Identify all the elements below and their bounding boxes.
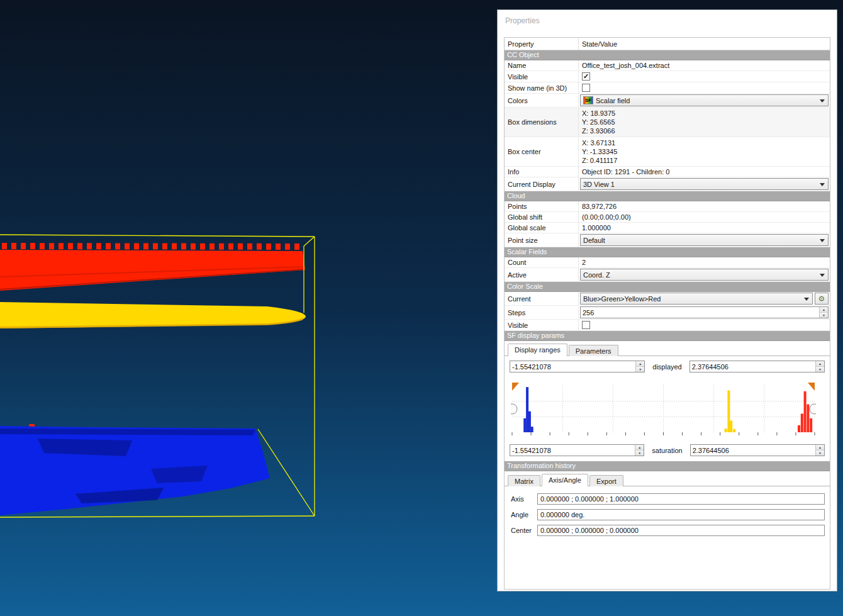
color-scale-editor-button[interactable]: ⚙ xyxy=(815,293,829,305)
sf-display-tabs: Display ranges Parameters xyxy=(505,341,830,356)
row-value: Object ID: 1291 - Children: 0 xyxy=(579,167,830,177)
displayed-label: displayed xyxy=(650,363,684,371)
row-color-scale-visible: Visible xyxy=(505,320,830,331)
row-active: Active Coord. Z xyxy=(505,268,830,282)
spinner-up-icon[interactable]: ▲ xyxy=(820,307,828,313)
row-label: Count xyxy=(505,257,579,267)
row-global-shift: Global shift (0.00;0.00;0.00) xyxy=(505,212,830,223)
spinner-down-icon[interactable]: ▼ xyxy=(816,367,824,372)
row-value: Office_test_josh_004.extract xyxy=(579,60,830,70)
point-cloud-render xyxy=(0,0,327,616)
axis-field[interactable] xyxy=(537,493,825,505)
displayed-max-input[interactable] xyxy=(690,361,815,372)
row-label: Global scale xyxy=(505,223,579,233)
row-label: Box center xyxy=(505,137,579,166)
row-label: Colors xyxy=(505,94,579,107)
active-sf-select[interactable]: Coord. Z xyxy=(580,269,829,281)
center-label: Center xyxy=(507,527,532,534)
section-scalar-fields: Scalar Fields xyxy=(505,247,830,257)
chevron-down-icon xyxy=(804,298,809,303)
row-current-display: Current Display 3D View 1 xyxy=(505,177,830,191)
row-label: Points xyxy=(505,201,579,211)
sf-histogram[interactable] xyxy=(511,379,816,440)
visible-checkbox[interactable]: ✓ xyxy=(582,72,590,81)
center-field[interactable] xyxy=(537,525,825,536)
section-cloud: Cloud xyxy=(505,191,830,201)
row-label: Visible xyxy=(505,71,579,82)
row-value: 2 xyxy=(579,257,830,267)
saturation-min-spinbox: ▲▼ xyxy=(510,444,644,456)
row-label: Show name (in 3D) xyxy=(505,82,579,93)
saturation-right-marker-icon[interactable] xyxy=(808,383,815,391)
row-info: Info Object ID: 1291 - Children: 0 xyxy=(505,167,830,177)
properties-table: Property State/Value CC Object Name Offi… xyxy=(504,37,830,590)
color-scale-visible-checkbox[interactable] xyxy=(582,321,590,329)
spinner-up-icon[interactable]: ▲ xyxy=(635,445,644,451)
gear-icon: ⚙ xyxy=(818,294,825,303)
colors-select[interactable]: SF Scalar field xyxy=(580,94,829,106)
point-cloud-red-layer xyxy=(0,250,305,291)
tab-export[interactable]: Export xyxy=(589,475,623,486)
spinner-down-icon[interactable]: ▼ xyxy=(636,367,644,372)
tab-axis-angle[interactable]: Axis/Angle xyxy=(542,474,588,486)
saturation-min-input[interactable] xyxy=(510,445,635,456)
panel-title-bar[interactable]: Properties xyxy=(498,10,837,36)
spinner-up-icon[interactable]: ▲ xyxy=(816,361,824,367)
color-scale-select[interactable]: Blue>Green>Yellow>Red xyxy=(580,293,813,305)
row-label: Active xyxy=(505,268,579,281)
histogram-gridlines xyxy=(512,384,815,432)
row-label: Global shift xyxy=(505,212,579,222)
row-value: X: 18.9375 Y: 25.6565 Z: 3.93066 xyxy=(579,108,830,137)
section-color-scale: Color Scale xyxy=(505,282,830,292)
row-label: Visible xyxy=(505,320,579,330)
angle-field[interactable] xyxy=(537,509,825,520)
point-size-select[interactable]: Default xyxy=(580,234,829,246)
column-header-property: Property xyxy=(505,38,579,50)
axis-row: Axis xyxy=(507,493,825,505)
steps-input[interactable] xyxy=(581,307,819,318)
row-label: Name xyxy=(505,60,579,70)
section-cc-object: CC Object xyxy=(505,50,830,60)
row-label: Current xyxy=(505,292,579,305)
tab-parameters[interactable]: Parameters xyxy=(569,345,618,356)
current-display-select[interactable]: 3D View 1 xyxy=(580,178,829,190)
spinner-down-icon[interactable]: ▼ xyxy=(816,451,824,456)
row-show-name: Show name (in 3D) xyxy=(505,82,830,94)
spinner-down-icon[interactable]: ▼ xyxy=(635,451,644,456)
row-label: Point size xyxy=(505,233,579,247)
row-value: (0.00;0.00;0.00) xyxy=(579,212,830,222)
properties-panel: Properties Property State/Value CC Objec… xyxy=(497,9,837,591)
histogram-bars xyxy=(523,387,812,432)
displayed-max-spinbox: ▲▼ xyxy=(689,361,825,372)
steps-spinner: ▲ ▼ xyxy=(819,307,828,318)
range-right-handle[interactable] xyxy=(810,404,816,414)
chevron-down-icon xyxy=(820,274,825,279)
saturation-left-marker-icon[interactable] xyxy=(512,383,519,391)
row-steps: Steps ▲ ▼ xyxy=(505,306,830,320)
saturation-max-input[interactable] xyxy=(691,445,815,456)
row-global-scale: Global scale 1.000000 xyxy=(505,223,830,233)
row-current-color-scale: Current Blue>Green>Yellow>Red ⚙ xyxy=(505,292,830,306)
spinner-up-icon[interactable]: ▲ xyxy=(816,445,824,451)
column-header-value: State/Value xyxy=(579,39,830,49)
chevron-down-icon xyxy=(820,99,825,105)
row-count: Count 2 xyxy=(505,257,830,268)
spinner-up-icon[interactable]: ▲ xyxy=(636,361,644,367)
row-label: Info xyxy=(505,167,579,177)
spinner-down-icon[interactable]: ▼ xyxy=(820,313,828,318)
displayed-min-input[interactable] xyxy=(510,361,635,372)
range-left-handle[interactable] xyxy=(511,404,517,414)
displayed-range-row: ▲▼ displayed ▲▼ xyxy=(510,361,825,372)
histogram-axis-ticks xyxy=(512,432,815,435)
saturation-range-row: ▲▼ saturation ▲▼ xyxy=(510,444,825,456)
table-header: Property State/Value xyxy=(505,38,830,50)
tab-display-ranges[interactable]: Display ranges xyxy=(508,344,567,356)
saturation-label: saturation xyxy=(649,447,684,454)
steps-spinbox: ▲ ▼ xyxy=(580,306,829,318)
row-value: X: 3.67131 Y: -1.33345 Z: 0.411117 xyxy=(579,137,830,166)
angle-row: Angle xyxy=(507,509,825,520)
chevron-down-icon xyxy=(820,183,825,189)
tab-matrix[interactable]: Matrix xyxy=(508,475,540,486)
show-name-checkbox[interactable] xyxy=(582,84,590,92)
row-point-size: Point size Default xyxy=(505,233,830,247)
